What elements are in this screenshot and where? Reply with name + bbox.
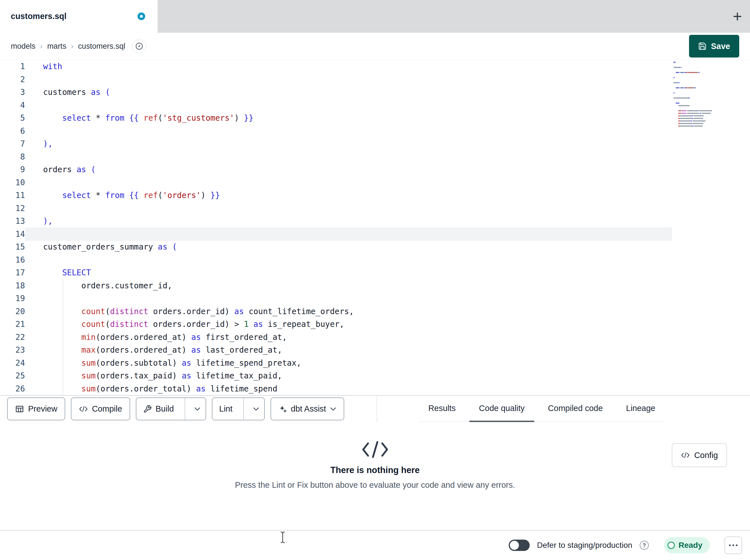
build-label: Build [156, 404, 174, 414]
chevron-down-icon [194, 407, 200, 411]
code-line-17[interactable]: 17 SELECT [0, 266, 750, 279]
code-icon [79, 406, 88, 412]
code-line-23[interactable]: 23 max(orders.ordered_at) as last_ordere… [0, 344, 750, 357]
help-icon[interactable] [640, 541, 649, 550]
preview-button[interactable]: Preview [7, 397, 65, 420]
code-line-1[interactable]: 1with [0, 60, 750, 73]
build-button[interactable]: Build [136, 398, 181, 420]
breadcrumb-marts[interactable]: marts [47, 42, 66, 51]
indent-guide [63, 279, 63, 395]
compile-label: Compile [92, 404, 122, 414]
save-button[interactable]: Save [689, 35, 739, 58]
code-line-13[interactable]: 13), [0, 215, 750, 228]
editor-tab-bar: customers.sql + [0, 0, 750, 33]
code-line-26[interactable]: 26 sum(orders.order_total) as lifetime_s… [0, 382, 750, 395]
empty-state-subtitle: Press the Lint or Fix button above to ev… [0, 480, 750, 490]
lint-button[interactable]: Lint [212, 398, 239, 420]
panel-tab-lineage[interactable]: Lineage [616, 396, 665, 422]
code-lines: 1with23customers as (45 select * from {{… [0, 60, 750, 395]
breadcrumb-models[interactable]: models [11, 42, 36, 51]
code-line-18[interactable]: 18 orders.customer_id, [0, 279, 750, 292]
breadcrumb-bar: models marts customers.sql Save [0, 33, 750, 60]
dbt-assist-button[interactable]: dbt Assist [271, 397, 344, 420]
table-icon [15, 405, 24, 414]
code-line-25[interactable]: 25 sum(orders.tax_paid) as lifetime_tax_… [0, 369, 750, 382]
ready-status-badge[interactable]: Ready [664, 537, 710, 554]
new-tab-button[interactable]: + [733, 8, 742, 24]
assist-label: dbt Assist [291, 404, 326, 414]
file-action-button[interactable] [132, 39, 146, 53]
wrench-icon [143, 405, 152, 413]
editor-toolbar: Preview Compile Build Li [0, 395, 750, 422]
toolbar-divider [377, 396, 377, 422]
code-line-8[interactable]: 8 [0, 150, 750, 163]
chevron-right-icon [40, 42, 42, 51]
chevron-down-icon [253, 407, 259, 411]
status-bar: Defer to staging/production Ready [0, 530, 750, 560]
editor-minimap[interactable] [673, 62, 715, 127]
tab-title: customers.sql [11, 12, 67, 21]
panel-tab-compiled-code[interactable]: Compiled code [538, 396, 612, 422]
chevron-right-icon [71, 42, 74, 51]
result-panel-tabs: ResultsCode qualityCompiled codeLineage [418, 396, 665, 422]
save-label: Save [711, 42, 730, 51]
unsaved-dot-icon [138, 13, 145, 20]
lint-split-button: Lint [212, 397, 265, 420]
code-line-14[interactable]: 14 [0, 228, 750, 241]
empty-state: There is nothing here Press the Lint or … [0, 440, 750, 490]
defer-toggle[interactable] [509, 540, 530, 551]
code-line-19[interactable]: 19 [0, 292, 750, 305]
lint-label: Lint [219, 404, 233, 414]
status-dot-icon [668, 542, 675, 549]
code-line-6[interactable]: 6 [0, 125, 750, 138]
code-line-22[interactable]: 22 min(orders.ordered_at) as first_order… [0, 331, 750, 344]
code-line-15[interactable]: 15customer_orders_summary as ( [0, 241, 750, 253]
build-dropdown-button[interactable] [189, 398, 205, 420]
code-line-5[interactable]: 5 select * from {{ ref('stg_customers') … [0, 111, 750, 125]
code-line-3[interactable]: 3customers as ( [0, 86, 750, 99]
code-editor[interactable]: 1with23customers as (45 select * from {{… [0, 60, 750, 395]
code-quality-panel: Config There is nothing here Press the L… [0, 422, 750, 530]
code-line-2[interactable]: 2 [0, 73, 750, 86]
breadcrumb-customers-sql: customers.sql [78, 42, 125, 51]
code-line-12[interactable]: 12 [0, 202, 750, 215]
code-line-7[interactable]: 7), [0, 138, 750, 150]
lint-dropdown-button[interactable] [248, 398, 264, 420]
code-slash-icon [0, 440, 750, 459]
ready-label: Ready [678, 541, 703, 550]
build-split-button: Build [136, 397, 206, 420]
compile-button[interactable]: Compile [71, 397, 130, 420]
text-cursor-icon [279, 531, 286, 544]
compass-icon [135, 42, 143, 50]
toggle-knob [510, 541, 519, 550]
code-line-21[interactable]: 21 count(distinct orders.order_id) > 1 a… [0, 318, 750, 331]
ellipsis-icon [729, 544, 731, 546]
button-divider [184, 398, 185, 420]
preview-label: Preview [28, 404, 57, 414]
chevron-down-icon [330, 407, 336, 411]
code-line-9[interactable]: 9orders as ( [0, 163, 750, 176]
sparkle-icon [278, 405, 287, 413]
more-menu-button[interactable] [725, 537, 742, 554]
tab-customers-sql[interactable]: customers.sql [0, 0, 158, 33]
defer-label: Defer to staging/production [537, 541, 632, 550]
code-line-11[interactable]: 11 select * from {{ ref('orders') }} [0, 189, 750, 202]
empty-state-title: There is nothing here [0, 465, 750, 475]
code-line-16[interactable]: 16 [0, 253, 750, 267]
button-divider [243, 398, 244, 420]
code-line-24[interactable]: 24 sum(orders.subtotal) as lifetime_spen… [0, 357, 750, 370]
code-line-20[interactable]: 20 count(distinct orders.order_id) as co… [0, 305, 750, 318]
dbt-ide-window: customers.sql + models marts customers.s… [0, 0, 750, 560]
code-line-4[interactable]: 4 [0, 99, 750, 112]
panel-tab-results[interactable]: Results [418, 396, 465, 422]
code-line-10[interactable]: 10 [0, 176, 750, 189]
save-icon [698, 42, 707, 50]
panel-tab-code-quality[interactable]: Code quality [469, 396, 534, 422]
